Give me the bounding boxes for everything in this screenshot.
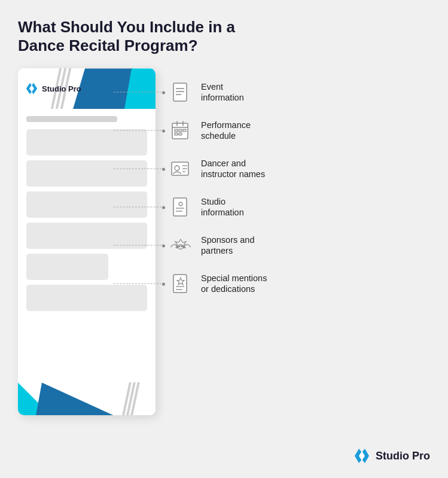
page-title: What Should You Include in a Dance Recit… bbox=[18, 18, 245, 55]
connector-5 bbox=[114, 245, 164, 246]
list-item-studio-info: i Studioinformation bbox=[167, 188, 267, 226]
special-mentions-icon-wrap bbox=[167, 270, 194, 297]
bottom-logo: Studio Pro bbox=[353, 447, 430, 465]
main-content: Studio Pro bbox=[18, 68, 430, 415]
document-info-icon: i bbox=[169, 196, 192, 218]
studio-info-label: Studioinformation bbox=[201, 196, 244, 219]
connector-3 bbox=[114, 169, 164, 169]
bottom-logo-icon bbox=[353, 447, 371, 465]
sponsors-label: Sponsors andpartners bbox=[201, 235, 254, 257]
card-title-line bbox=[26, 116, 117, 122]
program-card: Studio Pro bbox=[18, 68, 156, 415]
list-item-performance-schedule: Performanceschedule bbox=[167, 111, 267, 150]
svg-text:i: i bbox=[180, 203, 181, 206]
header-blue-shape bbox=[73, 68, 133, 109]
performance-schedule-label: Performanceschedule bbox=[201, 120, 251, 142]
bottom-logo-text: Studio Pro bbox=[376, 450, 430, 462]
event-info-label: Eventinformation bbox=[201, 81, 244, 104]
handshake-icon bbox=[169, 234, 192, 257]
logo-text: Studio Pro bbox=[42, 84, 81, 93]
id-card-icon bbox=[169, 157, 192, 180]
sponsors-icon-wrap bbox=[167, 232, 194, 258]
connector-1 bbox=[114, 92, 164, 93]
performance-schedule-icon-wrap bbox=[167, 117, 194, 144]
event-info-icon-wrap bbox=[167, 79, 194, 105]
card-block-5 bbox=[26, 254, 108, 280]
items-list: Eventinformation bbox=[167, 73, 267, 303]
card-block-3 bbox=[26, 191, 147, 218]
list-item-sponsors: Sponsors andpartners bbox=[167, 226, 267, 264]
card-footer bbox=[18, 382, 156, 415]
svg-rect-12 bbox=[183, 129, 186, 132]
card-header: Studio Pro bbox=[18, 68, 156, 109]
studio-info-icon-wrap: i bbox=[167, 194, 194, 220]
special-mentions-label: Special mentionsor dedications bbox=[201, 273, 267, 296]
calendar-list-icon bbox=[169, 119, 192, 142]
svg-rect-11 bbox=[179, 129, 182, 132]
header-logo: Studio Pro bbox=[25, 82, 81, 95]
list-item-special-mentions: Special mentionsor dedications bbox=[167, 264, 267, 303]
svg-rect-10 bbox=[175, 129, 178, 132]
footer-slash bbox=[126, 382, 139, 415]
connector-6 bbox=[114, 284, 164, 284]
page: What Should You Include in a Dance Recit… bbox=[0, 0, 448, 478]
svg-rect-13 bbox=[175, 133, 178, 135]
footer-blue-shape bbox=[36, 382, 114, 415]
items-wrapper: Eventinformation bbox=[167, 68, 267, 303]
dancer-instructor-icon-wrap bbox=[167, 156, 194, 182]
connector-4 bbox=[114, 207, 164, 208]
list-item-event-info: Eventinformation bbox=[167, 73, 267, 111]
svg-rect-20 bbox=[173, 198, 187, 216]
svg-rect-2 bbox=[173, 83, 187, 101]
svg-rect-14 bbox=[179, 133, 182, 135]
card-block-6 bbox=[26, 285, 147, 311]
list-item-dancer-instructor: Dancer andinstructor names bbox=[167, 150, 267, 188]
card-body bbox=[18, 109, 156, 382]
document-lines-icon bbox=[169, 81, 192, 103]
connector-2 bbox=[114, 130, 164, 131]
document-star-icon bbox=[169, 272, 192, 295]
dancer-instructor-label: Dancer andinstructor names bbox=[201, 158, 265, 181]
logo-icon bbox=[25, 82, 38, 95]
card-block-1 bbox=[26, 129, 147, 156]
card-block-2 bbox=[26, 160, 147, 187]
